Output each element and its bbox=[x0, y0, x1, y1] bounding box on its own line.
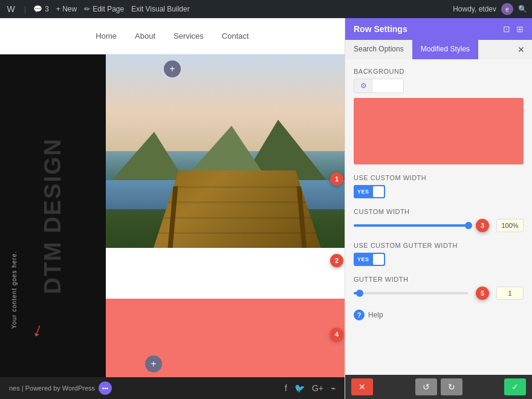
wp-icon: W bbox=[5, 3, 17, 15]
pencil-icon: ✏ bbox=[84, 5, 90, 13]
wp-logo-button[interactable]: W bbox=[5, 3, 17, 15]
background-label: Background bbox=[354, 68, 524, 75]
panel-tabs: Search Options Modified Styles ✕ bbox=[345, 40, 532, 59]
gutter-slider-thumb[interactable] bbox=[356, 290, 363, 297]
plus-icon: + bbox=[169, 63, 175, 74]
admin-bar-right: Howdy, etdev e 🔍 bbox=[453, 3, 527, 15]
rss-icon[interactable]: ⌁ bbox=[331, 383, 336, 393]
custom-gutter-label: Use Custom Gutter Width bbox=[354, 242, 524, 249]
nav-contact[interactable]: Contact bbox=[222, 31, 249, 41]
background-field-group: Background ⚙ bbox=[354, 68, 524, 164]
custom-width-label: Use Custom Width bbox=[354, 174, 524, 181]
edit-page-label: Edit Page bbox=[92, 5, 124, 13]
arrow-icon: ↓ bbox=[30, 317, 47, 342]
cancel-button[interactable]: ✕ bbox=[351, 378, 373, 395]
howdy-text: Howdy, etdev bbox=[453, 5, 496, 13]
gutter-value-label: Gutter Width bbox=[354, 276, 524, 283]
custom-width-value[interactable]: 100% bbox=[496, 219, 524, 232]
step-5-badge: 5 bbox=[476, 287, 489, 300]
bg-tab-color[interactable]: ⚙ bbox=[354, 79, 373, 92]
custom-width-toggle[interactable]: YES bbox=[354, 185, 385, 198]
new-label: + New bbox=[56, 5, 77, 13]
add-section-pink-button[interactable]: + bbox=[145, 355, 162, 372]
custom-width-field-group: Use Custom Width YES bbox=[354, 174, 524, 198]
facebook-icon[interactable]: f bbox=[285, 383, 287, 393]
step-2-badge: 2 bbox=[330, 254, 343, 267]
panel-title: Row Settings bbox=[354, 24, 407, 34]
brand-text: DTM DESIGN bbox=[40, 138, 66, 294]
undo-button[interactable]: ↺ bbox=[415, 378, 437, 395]
panel-fullscreen-icon[interactable]: ⊡ bbox=[503, 24, 510, 34]
step-1-badge: 1 bbox=[330, 172, 343, 186]
gear-settings-icon: ⚙ bbox=[360, 82, 367, 90]
black-sidebar-panel: DTM DESIGN Your content goes here. ↓ bbox=[0, 54, 106, 377]
comment-count-button[interactable]: 💬 3 bbox=[33, 5, 49, 13]
custom-width-slider-track[interactable] bbox=[354, 224, 469, 227]
background-type-tabs: ⚙ bbox=[354, 79, 404, 93]
footer-left: nes | Powered by WordPress ••• bbox=[9, 381, 112, 395]
save-button[interactable]: ✓ bbox=[504, 378, 526, 395]
nav-about[interactable]: About bbox=[135, 31, 155, 41]
dock-plank-3 bbox=[154, 217, 321, 219]
toggle-yes-label: YES bbox=[355, 189, 372, 195]
add-section-top-button[interactable]: + bbox=[164, 60, 181, 77]
avatar[interactable]: e bbox=[501, 3, 513, 15]
nav-services[interactable]: Services bbox=[174, 31, 204, 41]
undo-icon: ↺ bbox=[423, 382, 430, 392]
twitter-icon[interactable]: 🐦 bbox=[294, 383, 305, 393]
nav-home[interactable]: Home bbox=[96, 31, 117, 41]
separator: | bbox=[24, 5, 26, 13]
gutter-value[interactable]: 1 bbox=[496, 287, 524, 300]
comment-count: 3 bbox=[45, 5, 49, 13]
google-plus-icon[interactable]: G+ bbox=[312, 383, 323, 393]
custom-gutter-toggle[interactable]: YES bbox=[354, 253, 385, 266]
step-4-badge: 4 bbox=[330, 328, 343, 341]
redo-button[interactable]: ↻ bbox=[441, 378, 462, 395]
new-button[interactable]: + New bbox=[56, 5, 77, 13]
step-3-badge: 3 bbox=[476, 219, 489, 232]
plus-icon-2: + bbox=[151, 358, 156, 369]
toggle-knob bbox=[373, 186, 384, 197]
panel-columns-icon[interactable]: ⊞ bbox=[516, 24, 524, 34]
exit-builder-label: Exit Visual Builder bbox=[131, 5, 190, 13]
custom-width-toggle-container: YES bbox=[354, 185, 524, 198]
gutter-slider-container: 5 1 bbox=[354, 287, 524, 300]
background-color-preview[interactable] bbox=[354, 98, 524, 164]
dock-plank-2 bbox=[154, 201, 321, 203]
subtitle-text: Your content goes here. bbox=[11, 251, 18, 329]
exit-builder-button[interactable]: Exit Visual Builder bbox=[131, 5, 190, 13]
bg-tab-image[interactable] bbox=[373, 79, 403, 92]
footer-social: f 🐦 G+ ⌁ bbox=[285, 383, 336, 393]
tab-modified-styles[interactable]: Modified Styles bbox=[412, 40, 478, 59]
redo-icon: ↻ bbox=[448, 382, 455, 392]
footer-dot-menu-button[interactable]: ••• bbox=[99, 381, 112, 395]
slider-thumb[interactable] bbox=[465, 222, 472, 229]
history-buttons: ↺ ↻ bbox=[415, 378, 462, 395]
footer-bar: nes | Powered by WordPress ••• f 🐦 G+ ⌁ bbox=[0, 377, 345, 399]
settings-panel: Row Settings ⊡ ⊞ Search Options Modified… bbox=[345, 18, 532, 399]
save-icon: ✓ bbox=[511, 382, 519, 392]
pink-section bbox=[106, 299, 345, 377]
width-value-label: Custom Width bbox=[354, 208, 524, 215]
help-icon[interactable]: ? bbox=[354, 310, 365, 320]
main-area: Home About Services Contact + 1 2 DTM DE… bbox=[0, 18, 532, 399]
edit-page-button[interactable]: ✏ Edit Page bbox=[84, 5, 124, 13]
custom-gutter-toggle-container: YES bbox=[354, 253, 524, 266]
search-icon[interactable]: 🔍 bbox=[518, 5, 527, 13]
tab-search-options[interactable]: Search Options bbox=[345, 40, 412, 59]
gutter-toggle-knob bbox=[373, 254, 384, 265]
panel-header-icons: ⊡ ⊞ bbox=[503, 24, 524, 34]
panel-footer: ✕ ↺ ↻ ✓ bbox=[345, 375, 532, 399]
nav-bar: Home About Services Contact bbox=[0, 18, 345, 54]
slider-fill bbox=[354, 224, 469, 227]
tab-close-button[interactable]: ✕ bbox=[510, 40, 532, 59]
dock bbox=[154, 170, 321, 248]
cancel-icon: ✕ bbox=[358, 382, 366, 392]
page-preview: Home About Services Contact + 1 2 DTM DE… bbox=[0, 18, 345, 399]
hero-section: + 1 2 DTM DESIGN Your content goes here.… bbox=[0, 54, 345, 377]
gutter-toggle-yes-label: YES bbox=[355, 256, 372, 262]
panel-content: Background ⚙ Use Custom Width YES bbox=[345, 59, 532, 375]
gutter-slider-track[interactable] bbox=[354, 292, 469, 294]
hero-image bbox=[106, 54, 345, 248]
custom-width-slider-container: 3 100% bbox=[354, 219, 524, 232]
